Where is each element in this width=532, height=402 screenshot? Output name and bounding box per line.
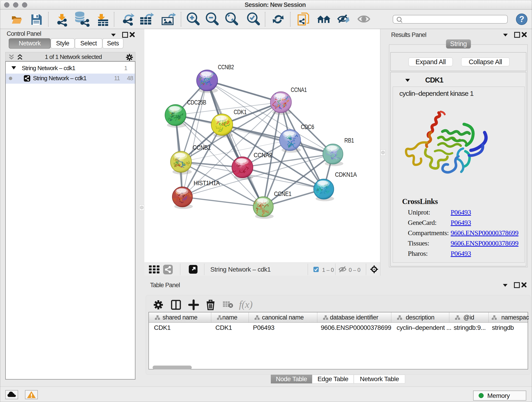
svg-text:CDC25B: CDC25B [187, 99, 206, 106]
svg-text:f(x): f(x) [239, 299, 253, 310]
svg-text:CCNE1: CCNE1 [274, 190, 291, 197]
svg-text:HIST1H1A: HIST1H1A [194, 179, 220, 186]
svg-text:CDK1: CDK1 [234, 108, 247, 115]
svg-text:CCNA2: CCNA2 [254, 152, 272, 159]
svg-text:?: ? [519, 14, 524, 24]
svg-text:CCNA1: CCNA1 [291, 86, 307, 93]
svg-text:CCNB2: CCNB2 [218, 64, 234, 70]
svg-text:CDC6: CDC6 [301, 123, 314, 130]
svg-text:CDKN1A: CDKN1A [335, 171, 357, 178]
svg-text:CCNB1: CCNB1 [193, 144, 211, 151]
svg-text:RB1: RB1 [344, 137, 354, 144]
